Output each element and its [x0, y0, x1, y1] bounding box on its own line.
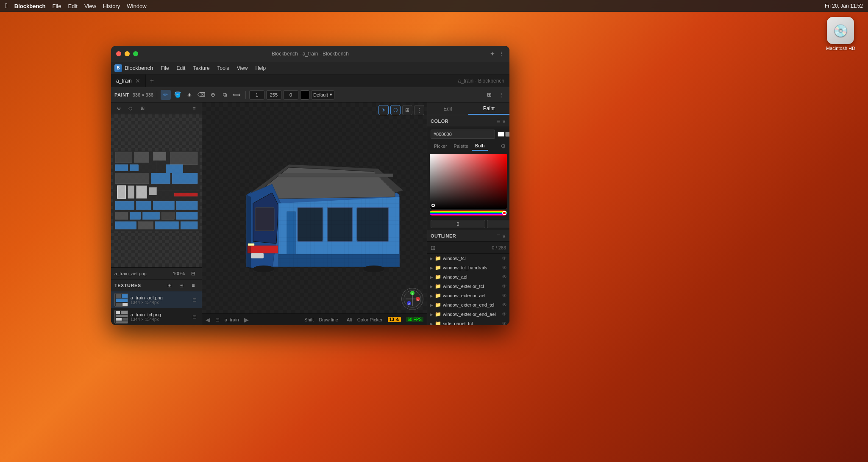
- color-panel-menu-icon[interactable]: ≡: [497, 118, 500, 124]
- window-more-icon[interactable]: ⋮: [498, 50, 504, 57]
- subtab-picker[interactable]: Picker: [431, 142, 451, 150]
- hue-slider[interactable]: [430, 210, 507, 216]
- outliner-item[interactable]: ▶ 📁 side_panel_tcl 👁: [427, 319, 509, 325]
- viewport-gizmo[interactable]: X Y Z: [401, 288, 423, 310]
- menubar-file[interactable]: File: [53, 3, 61, 9]
- outliner-item[interactable]: ▶ 📁 window_exterior_end_ael 👁: [427, 310, 509, 319]
- outliner-visibility-icon[interactable]: 👁: [502, 283, 507, 289]
- toolbar-dropper-btn[interactable]: ⊕: [208, 90, 218, 100]
- outliner-visibility-icon[interactable]: 👁: [502, 274, 507, 280]
- menubar-history[interactable]: History: [103, 3, 120, 9]
- toolbar-zero-input[interactable]: [283, 90, 298, 100]
- nav-left-arrow[interactable]: ◀: [206, 316, 210, 323]
- uv-tool-2[interactable]: ◎: [125, 103, 136, 113]
- color-hex-input[interactable]: [431, 130, 495, 139]
- desktop-macintosh-hd[interactable]: 💿 Macintosh HD: [826, 17, 855, 51]
- window-pin-icon[interactable]: ✦: [490, 50, 495, 57]
- outliner-item-label: window_exterior_end_tcl: [443, 302, 502, 307]
- viewport-wireframe-btn[interactable]: ⬡: [390, 105, 401, 115]
- tab-add-button[interactable]: +: [146, 75, 158, 87]
- subtab-palette[interactable]: Palette: [451, 142, 472, 150]
- color-swatch-white[interactable]: [498, 132, 504, 137]
- tab-paint[interactable]: Paint: [468, 102, 509, 115]
- outliner-menu-icon[interactable]: ≡: [497, 232, 500, 239]
- color-g-input[interactable]: [487, 220, 509, 228]
- window-close-button[interactable]: [116, 51, 121, 56]
- subtab-settings-icon[interactable]: ⚙: [501, 143, 506, 149]
- tab-close-button[interactable]: ✕: [135, 77, 140, 84]
- uv-toolbar: ⊕ ◎ ⊞ ≡: [111, 102, 202, 114]
- app-menu-texture[interactable]: Texture: [189, 64, 213, 72]
- toolbar-copy-btn[interactable]: ⧉: [220, 90, 230, 100]
- toolbar-mode-dropdown[interactable]: Default ▾: [311, 90, 334, 100]
- svg-rect-16: [149, 188, 157, 195]
- tab-edit[interactable]: Edit: [427, 102, 468, 115]
- menubar-window[interactable]: Window: [127, 3, 146, 9]
- outliner-list[interactable]: ▶ 📁 window_tcl 👁 ▶ 📁 window_tcl_handrail…: [427, 254, 509, 325]
- outliner-visibility-icon[interactable]: 👁: [502, 255, 507, 261]
- outliner-item[interactable]: ▶ 📁 window_exterior_tcl 👁: [427, 282, 509, 291]
- menubar-edit[interactable]: Edit: [68, 3, 77, 9]
- outliner-visibility-icon[interactable]: 👁: [502, 265, 507, 271]
- svg-rect-10: [115, 173, 149, 184]
- color-swatch-gray[interactable]: [505, 132, 509, 137]
- uv-menu-btn[interactable]: ≡: [189, 103, 199, 113]
- uv-save-btn[interactable]: ⊟: [188, 268, 198, 279]
- svg-rect-30: [181, 221, 198, 229]
- texture-item-tcl[interactable]: a_train_tcl.png 1344 × 1344px ⊟: [111, 308, 202, 325]
- texture-menu-btn[interactable]: ≡: [188, 280, 198, 290]
- app-menu-file[interactable]: File: [157, 64, 172, 72]
- toolbar-pencil-btn[interactable]: ✏: [161, 90, 171, 100]
- toolbar-eraser-btn[interactable]: ⌫: [196, 90, 206, 100]
- toolbar-more-btn[interactable]: ⋮: [496, 90, 506, 100]
- color-gradient[interactable]: [430, 154, 507, 209]
- outliner-visibility-icon[interactable]: 👁: [502, 311, 507, 317]
- texture-ael-action[interactable]: ⊟: [191, 296, 198, 304]
- outliner-collapse-icon[interactable]: ∨: [502, 232, 506, 239]
- window-maximize-button[interactable]: [133, 51, 138, 56]
- toolbar-gradient-btn[interactable]: ◈: [184, 90, 195, 100]
- window-minimize-button[interactable]: [125, 51, 130, 56]
- texture-tcl-action[interactable]: ⊟: [191, 313, 198, 321]
- outliner-visibility-icon[interactable]: 👁: [502, 321, 507, 325]
- app-menu-edit[interactable]: Edit: [173, 64, 189, 72]
- app-menu-view[interactable]: View: [234, 64, 251, 72]
- outliner-item[interactable]: ▶ 📁 window_exterior_ael 👁: [427, 291, 509, 300]
- uv-canvas[interactable]: [111, 114, 202, 267]
- svg-rect-6: [170, 152, 198, 165]
- viewport-mode-btn[interactable]: ⊞: [402, 105, 412, 115]
- toolbar-grid-btn[interactable]: ⊞: [484, 90, 494, 100]
- outliner-visibility-icon[interactable]: 👁: [502, 293, 507, 299]
- train-model: [202, 102, 427, 325]
- app-menu-help[interactable]: Help: [252, 64, 269, 72]
- toolbar-opacity-input[interactable]: [249, 90, 264, 100]
- outliner-item[interactable]: ▶ 📁 window_tcl_handrails 👁: [427, 263, 509, 272]
- apple-icon[interactable]: : [5, 2, 8, 10]
- toolbar-flip-btn[interactable]: ⟺: [232, 90, 242, 100]
- color-r-input[interactable]: [431, 220, 485, 228]
- outliner-visibility-icon[interactable]: 👁: [502, 302, 507, 308]
- nav-right-arrow[interactable]: ▶: [244, 316, 249, 323]
- outliner-item[interactable]: ▶ 📁 window_ael 👁: [427, 272, 509, 282]
- color-panel-collapse-icon[interactable]: ∨: [502, 118, 506, 124]
- texture-add-btn[interactable]: ⊞: [164, 280, 175, 290]
- uv-tool-1[interactable]: ⊕: [114, 103, 124, 113]
- outliner-item[interactable]: ▶ 📁 window_tcl 👁: [427, 254, 509, 263]
- viewport-more-btn[interactable]: ⋮: [414, 105, 424, 115]
- toolbar-color-input[interactable]: [266, 90, 281, 100]
- toolbar-size: 336 × 336: [133, 92, 153, 97]
- outliner-item[interactable]: ▶ 📁 window_exterior_end_tcl 👁: [427, 300, 509, 310]
- outliner-filter-icon[interactable]: ⊞: [431, 244, 436, 251]
- texture-item-ael[interactable]: a_train_ael.png 1344 × 1344px ⊟: [111, 291, 202, 308]
- uv-tool-3[interactable]: ⊞: [137, 103, 147, 113]
- svg-rect-22: [115, 212, 128, 219]
- toolbar-color-preview[interactable]: [300, 90, 309, 100]
- app-menu-tools[interactable]: Tools: [214, 64, 233, 72]
- toolbar-fill-btn[interactable]: 🪣: [172, 90, 183, 100]
- viewport[interactable]: ☀ ⬡ ⊞ ⋮ X: [202, 102, 427, 325]
- subtab-both[interactable]: Both: [472, 141, 488, 151]
- menubar-view[interactable]: View: [84, 3, 96, 9]
- viewport-sun-btn[interactable]: ☀: [378, 105, 389, 115]
- tab-a-train[interactable]: a_train ✕: [111, 75, 146, 87]
- texture-folder-btn[interactable]: ⊟: [176, 280, 186, 290]
